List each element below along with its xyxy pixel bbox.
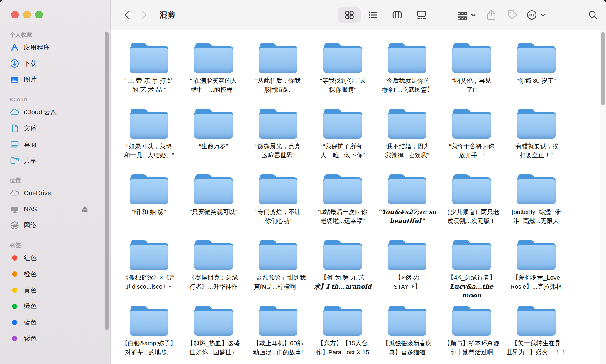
folder-item[interactable]: 【关于我转生在异世界为...】必火！！！ [504,306,568,364]
sidebar-item-label: 图片 [24,75,37,84]
sidebar-item-nas[interactable]: NAS [10,201,104,217]
shared-folder-icon [10,156,20,166]
sidebar-item-tag-blue[interactable]: 蓝色 [10,314,104,330]
grid-view-button[interactable] [338,7,361,23]
folder-item[interactable]: （少儿频道）两只老虎爱跳...次元版！ [439,174,504,240]
folder-item[interactable]: [butterfly_综漫_催泪_高燃...无限大 [504,174,568,240]
zoom-button[interactable] [35,11,43,18]
sidebar-item-applications[interactable]: 应用程序 [10,39,104,55]
sidebar-item-label: 网络 [24,221,37,230]
folder-item[interactable]: 【超燃_热血】这盛世如你...国盛世） [181,306,246,364]
folder-item[interactable]: “如果可以，我想和十几...人结婚。” [117,109,181,174]
folder-item[interactable]: 「高甜预警」甜到我真的是...柠檬啊！ [246,240,310,306]
globe-icon [10,220,20,230]
folder-item[interactable]: “我保护了所有人，唯...救下你” [310,109,375,174]
folder-item[interactable]: “你都 30 岁了” [504,43,568,109]
folder-item[interactable]: “ 上 帝 亲 手 打 造的 艺 术 品 ” [117,43,181,109]
folder-item[interactable]: 【顾与】桥本环奈混剪丨她曾活过啊 [439,306,504,364]
folder-icon [130,43,168,74]
folder-label-line: “我不结婚，因为 [376,142,439,151]
list-view-button[interactable] [361,7,385,23]
sidebar-item-shared[interactable]: 共享 [10,152,104,169]
folder-icon [130,306,168,336]
folder-label-line: 动画混...们的故事! [247,348,309,357]
folder-item[interactable]: 《赛博朋克：边缘行者》...升华神作 [181,240,246,306]
folder-item[interactable]: “呐艾伦，再见了!” [439,43,504,109]
sidebar-item-pictures[interactable]: 图片 [10,72,104,88]
group-by-button[interactable] [456,9,477,21]
sidebar-item-onedrive[interactable]: OneDrive [10,185,104,201]
folder-item[interactable]: 【爱你罗茜_LoveRosie】...克拉弗林 [504,240,568,306]
folder-icon [517,109,556,139]
folder-item[interactable]: “等我找到你，试探你眼睛” [310,43,375,109]
sidebar-item-downloads[interactable]: 下载 [10,55,104,72]
folder-item[interactable]: 【4K_边缘行者】Lucy&a...the moon [439,240,504,306]
sidebar-scrollbar[interactable] [105,32,109,330]
sidebar-item-tag-green[interactable]: 绿色 [10,298,104,314]
folder-label-line: 【爱你罗茜_Love [505,273,568,282]
back-button[interactable] [123,9,131,21]
folder-item[interactable]: 【东方】【15人合作】Para...ost X 15 [310,306,375,364]
folder-item[interactable]: “微微晨光，点亮这喧嚣世界” [246,109,310,174]
folder-label-line: “等我找到你，试 [311,76,374,85]
sidebar-item-tag-orange[interactable]: 橙色 [10,266,104,282]
more-button[interactable] [526,9,546,21]
main-scrollbar[interactable] [601,32,605,105]
minimize-button[interactable] [23,11,31,18]
sidebar-item-label: NAS [24,205,37,213]
eject-icon [80,205,89,214]
share-button[interactable] [485,9,497,21]
sidebar-item-tag-yellow[interactable]: 黄色 [10,282,104,298]
folder-icon [323,109,362,139]
folder-item[interactable]: “有错就要认，挨打要立正！” [504,109,568,174]
folder-item[interactable]: “只要微笑就可以” [181,174,246,240]
gallery-view-button[interactable] [409,7,434,23]
folder-item[interactable]: 【戴上耳机】60部动画混...们的故事! [246,306,310,364]
sidebar-item-icloud-drive[interactable]: iCloud 云盘 [10,104,104,120]
folder-label: 「高甜预警」甜到我真的是...柠檬啊！ [247,273,309,291]
folder-item[interactable]: 【⚡然 のSTAY ⚡】 [375,240,439,306]
search-button[interactable] [587,7,598,23]
folder-item[interactable]: “我不结婚，因为我觉得...喜欢我” [375,109,439,174]
sidebar-item-network[interactable]: 网络 [10,217,104,233]
folder-item[interactable]: “今后我就是你的雨伞!”...玄武国篇】 [375,43,439,109]
pictures-icon [10,75,20,85]
folder-item[interactable]: “B站最后一次叫你老婆啦...远幸福” [310,174,375,240]
folder-label: 《孤独摇滚》×《普通disco...isco》~ [118,273,180,291]
forward-button[interactable] [140,9,148,21]
chevron-right-icon [143,11,146,18]
sidebar-section-header: iCloud [10,95,104,104]
folder-label: “生命万岁” [182,142,245,151]
close-button[interactable] [11,11,19,18]
folder-label-line: 我觉得...喜欢我” [376,151,439,160]
folder-label-line: 【关于我转生在异 [505,339,568,348]
folder-label: “你都 30 岁了” [505,76,568,85]
desktop-icon [10,140,20,149]
folder-item[interactable]: 【白银&amp;弥子】对前辈...的地步。 [117,306,181,364]
folder-icon [323,306,362,336]
sidebar-item-desktop[interactable]: 桌面 [10,136,104,152]
folder-label: “呐艾伦，再见了!” [440,76,503,94]
column-view-button[interactable] [385,7,409,23]
sidebar-item-documents[interactable]: 文稿 [10,120,104,136]
folder-item[interactable]: “You&#x27;re sobeautiful” [375,174,439,240]
folder-label-line: 探你眼睛” [311,85,374,94]
folder-item[interactable]: “我终于舍得为你放开手...” [439,109,504,174]
folder-item[interactable]: “昭 和 姻 缘” [117,174,181,240]
folder-item[interactable]: “从此往后，你我形同陌路.” [246,43,310,109]
folder-label: 【关于我转生在异世界为...】必火！！！ [505,339,568,357]
folder-label: “昭 和 姻 缘” [118,207,180,217]
folder-item[interactable]: “生命万岁” [181,109,246,174]
folder-label-line: 行者》...升华神作 [182,282,245,291]
sidebar-item-tag-purple[interactable]: 紫色 [10,330,104,346]
folder-contents: “ 上 帝 亲 手 打 造的 艺 术 品 ”“ 在满脸笑容的人群中，...的模样… [111,30,600,364]
folder-item[interactable]: 【何 为 第 九 艺术】I th...aranoid [310,240,375,306]
folder-item[interactable]: 【孤独摇滚新春庆典】喜多猫猫 [375,306,439,364]
folder-item[interactable]: “专门剪烂，不让你们心动” [246,174,310,240]
sidebar-item-tag-red[interactable]: 红色 [10,250,104,266]
tag-button[interactable] [506,9,518,21]
folder-icon [452,109,491,139]
folder-item[interactable]: 《孤独摇滚》×《普通disco...isco》~ [117,240,181,306]
eject-button[interactable] [80,205,89,214]
folder-item[interactable]: “ 在满脸笑容的人群中，...的模样 ” [181,43,246,109]
